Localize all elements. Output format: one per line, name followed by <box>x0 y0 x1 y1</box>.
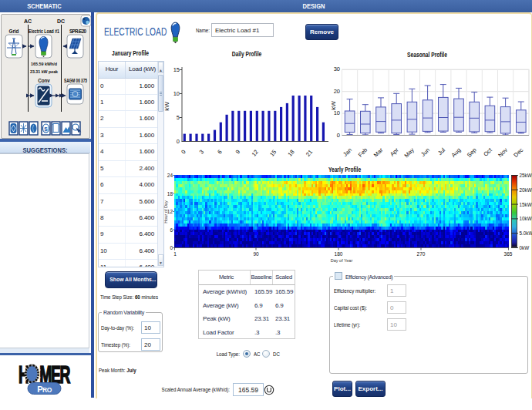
svg-text:6: 6 <box>216 149 224 156</box>
svg-text:12: 12 <box>251 149 260 158</box>
svg-text:10: 10 <box>173 90 180 97</box>
svg-text:15: 15 <box>268 149 278 158</box>
svg-text:3: 3 <box>198 149 206 156</box>
svg-text:Nov: Nov <box>497 146 509 159</box>
svg-text:SAGM 06 375: SAGM 06 375 <box>64 78 87 83</box>
svg-text:0: 0 <box>180 149 187 156</box>
svg-text:May: May <box>402 146 416 160</box>
svg-text:Jul: Jul <box>436 146 446 156</box>
svg-text:AC: AC <box>24 18 32 24</box>
svg-text:Conv: Conv <box>38 78 50 83</box>
svg-text:15kW: 15kW <box>520 202 532 207</box>
svg-text:90: 90 <box>253 251 259 257</box>
svg-text:9: 9 <box>234 149 242 156</box>
svg-text:PRO: PRO <box>37 385 52 394</box>
svg-text:kW: kW <box>163 102 170 111</box>
svg-text:18: 18 <box>286 149 295 158</box>
svg-text:Electric Load #1: Electric Load #1 <box>29 29 59 34</box>
svg-text:Grid: Grid <box>9 29 19 34</box>
svg-text:24: 24 <box>167 173 173 178</box>
svg-text:0: 0 <box>337 132 340 139</box>
svg-text:18: 18 <box>167 191 173 197</box>
svg-text:165.59 kWh/d: 165.59 kWh/d <box>31 61 57 66</box>
svg-text:Sep: Sep <box>466 146 478 159</box>
svg-text:5.0kW: 5.0kW <box>520 230 532 236</box>
svg-text:20: 20 <box>334 88 340 95</box>
svg-text:DC: DC <box>57 18 65 24</box>
svg-text:270: 270 <box>417 251 426 257</box>
svg-text:Jan: Jan <box>342 146 353 158</box>
svg-text:Aug: Aug <box>450 146 463 159</box>
svg-text:Feb: Feb <box>357 146 369 159</box>
svg-text:1: 1 <box>173 251 177 257</box>
svg-text:Oct: Oct <box>482 146 493 157</box>
svg-text:Dec: Dec <box>512 146 524 159</box>
svg-text:180: 180 <box>335 251 343 257</box>
svg-text:5: 5 <box>177 114 180 121</box>
svg-text:SPR-E20: SPR-E20 <box>69 29 86 34</box>
svg-text:$: $ <box>44 126 48 133</box>
svg-text:23.31 kW peak: 23.31 kW peak <box>30 69 58 74</box>
svg-text:6: 6 <box>170 227 173 233</box>
svg-text:0kW: 0kW <box>520 245 530 250</box>
svg-text:15: 15 <box>173 66 180 73</box>
svg-text:10kW: 10kW <box>520 216 532 221</box>
svg-text:30: 30 <box>334 66 340 72</box>
svg-text:0: 0 <box>170 245 173 250</box>
svg-text:Apr: Apr <box>389 146 400 158</box>
svg-text:20kW: 20kW <box>520 187 532 193</box>
svg-text:Mar: Mar <box>372 146 385 159</box>
svg-text:25kW: 25kW <box>520 173 532 178</box>
svg-text:Jun: Jun <box>419 146 431 158</box>
svg-text:kW: kW <box>330 101 337 110</box>
svg-text:21: 21 <box>305 149 314 158</box>
svg-text:Hour of Day: Hour of Day <box>163 200 168 223</box>
svg-text:Day of Year: Day of Year <box>331 258 353 263</box>
svg-text:0: 0 <box>177 138 180 145</box>
